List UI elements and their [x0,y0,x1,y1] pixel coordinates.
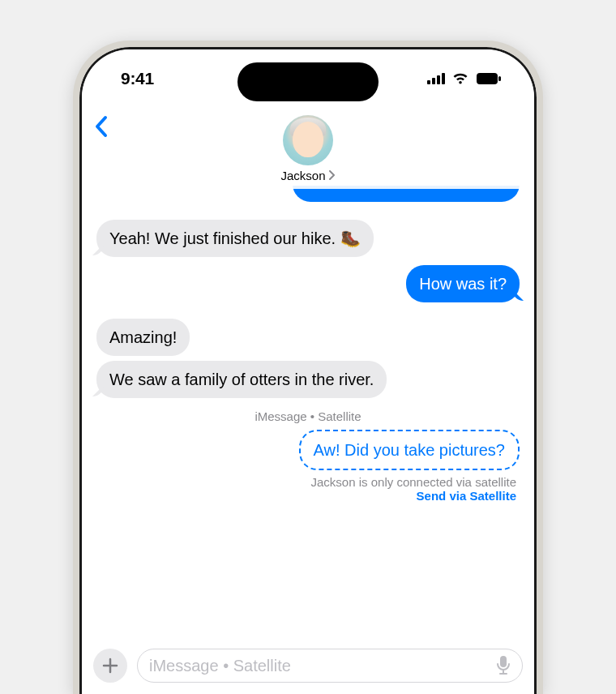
dictation-icon[interactable] [496,655,511,676]
message-row: We saw a family of otters in the river. [96,361,520,398]
chevron-right-icon [328,170,336,180]
message-bubble-received[interactable]: Yeah! We just finished our hike. 🥾 [96,220,374,257]
volume-down-button [73,315,75,371]
svg-rect-3 [442,73,445,84]
contact-avatar[interactable] [283,115,333,165]
message-status-caption: iMessage • Satellite [96,409,520,423]
dynamic-island [237,62,379,101]
side-button [541,258,543,347]
battery-icon [476,72,502,85]
svg-rect-5 [498,76,501,81]
cellular-icon [427,73,445,84]
svg-rect-0 [427,80,430,84]
compose-bar: iMessage • Satellite [82,644,534,688]
wifi-icon [451,72,469,85]
phone-frame: 9:41 Jackson [73,41,543,694]
message-row: Yeah! We just finished our hike. 🥾 [96,220,520,257]
messages-scroll-area[interactable]: Yeah! We just finished our hike. 🥾 How w… [82,186,534,637]
message-bubble-sent[interactable]: How was it? [406,265,520,302]
silence-switch [73,193,75,225]
contact-name-label: Jackson [280,169,325,182]
svg-rect-2 [437,75,440,84]
message-bubble-pending[interactable]: Aw! Did you take pictures? [299,430,520,470]
avatar-face [293,122,323,157]
satellite-note: Jackson is only connected via satellite … [96,475,516,503]
back-button[interactable] [93,114,109,142]
message-sent-partial [96,186,520,215]
message-bubble-received[interactable]: Amazing! [96,319,190,356]
status-indicators [427,72,502,85]
add-attachment-button[interactable] [93,649,127,683]
status-time: 9:41 [121,69,154,88]
svg-rect-6 [500,656,507,667]
message-input-placeholder: iMessage • Satellite [149,657,291,675]
satellite-note-text: Jackson is only connected via satellite [311,475,516,489]
send-via-satellite-link[interactable]: Send via Satellite [417,489,516,503]
conversation-header: Jackson [82,108,534,189]
svg-rect-4 [477,73,498,84]
message-bubble-received[interactable]: We saw a family of otters in the river. [96,361,387,398]
plus-icon [102,658,118,674]
chevron-left-icon [93,114,109,139]
message-row: How was it? [96,265,520,302]
phone-screen: 9:41 Jackson [82,49,534,694]
contact-name-button[interactable]: Jackson [280,169,335,182]
svg-rect-1 [432,78,435,84]
message-row: Amazing! [96,319,520,356]
message-row: Aw! Did you take pictures? [96,430,520,470]
volume-up-button [73,245,75,302]
message-input[interactable]: iMessage • Satellite [137,649,523,683]
